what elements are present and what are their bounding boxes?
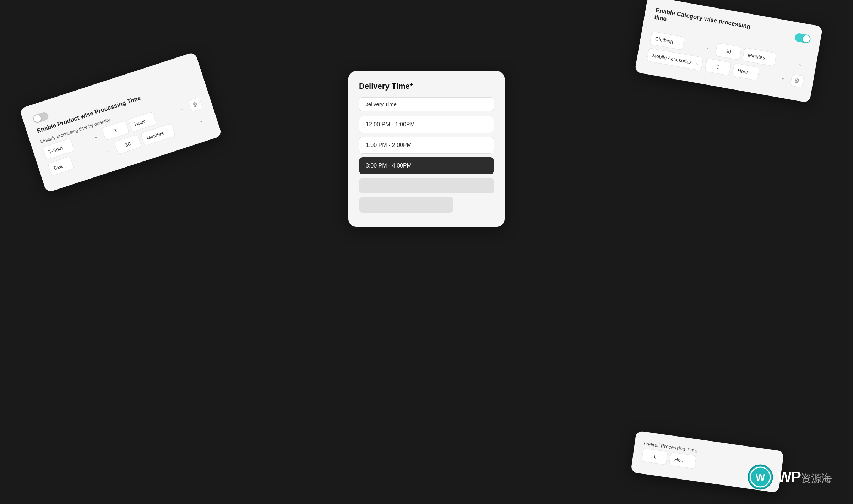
- delivery-slot-1[interactable]: 12:00 PM - 1:00PM: [359, 116, 494, 133]
- wp-branding: W WP资源海: [748, 464, 832, 490]
- wp-logo-icon: W: [748, 464, 773, 490]
- product-processing-card: Enable Product wise Processing Time Muli…: [19, 52, 222, 193]
- category-item-2-value[interactable]: [705, 58, 732, 76]
- product-item-1-delete[interactable]: 🗑: [188, 97, 203, 112]
- overall-unit-select[interactable]: Hour: [669, 452, 697, 469]
- wp-label: WP资源海: [777, 470, 832, 484]
- category-toggle[interactable]: [794, 33, 811, 44]
- product-toggle[interactable]: [32, 111, 49, 124]
- category-item-1-value[interactable]: [715, 43, 742, 60]
- category-item-1-unit[interactable]: Minutes: [742, 48, 777, 66]
- delivery-slot-placeholder-1: [359, 178, 494, 193]
- delivery-label-field[interactable]: Delivery Time: [359, 97, 494, 111]
- delivery-time-card: Delivery Time* Delivery Time 12:00 PM - …: [348, 71, 505, 227]
- category-item-2-delete[interactable]: 🗑: [790, 74, 804, 88]
- product-item-2-value[interactable]: [114, 134, 142, 155]
- svg-text:W: W: [756, 472, 765, 483]
- delivery-slot-3[interactable]: 3:00 PM - 4:00PM: [359, 157, 494, 174]
- product-item-2-select[interactable]: Belt: [48, 156, 74, 176]
- category-item-2-unit[interactable]: Hour: [732, 63, 760, 81]
- category-processing-card: Enable Category wise processing time Clo…: [635, 0, 823, 103]
- delivery-slot-2[interactable]: 1:00 PM - 2:00PM: [359, 137, 494, 154]
- delivery-slot-placeholder-2: [359, 197, 453, 213]
- category-item-1-select[interactable]: Clothing: [650, 31, 685, 50]
- delivery-card-title: Delivery Time*: [359, 82, 494, 91]
- overall-value-input[interactable]: [641, 448, 668, 465]
